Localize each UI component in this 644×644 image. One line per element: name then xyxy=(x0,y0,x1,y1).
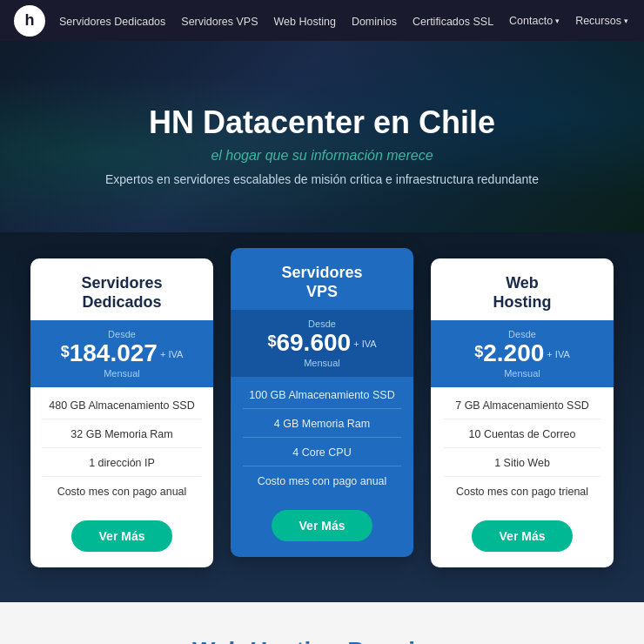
price-label-hosting: Desde xyxy=(443,329,601,339)
hero-title: HN Datacenter en Chile xyxy=(149,104,495,141)
nav-item-vps[interactable]: Servidores VPS xyxy=(181,13,258,29)
nav-item-dominios[interactable]: Dominios xyxy=(352,13,397,29)
price-band-vps: Desde $69.600 + IVA Mensual xyxy=(231,310,413,377)
pricing-section: ServidoresDedicados Desde $184.027 + IVA… xyxy=(0,232,644,602)
navbar: h Servidores Dedicados Servidores VPS We… xyxy=(0,0,644,41)
feature-hosting-1: 7 GB Almacenamiento SSD xyxy=(443,399,601,419)
price-value-dedicados: $184.027 + IVA xyxy=(43,341,201,366)
card-footer-vps: Ver Más xyxy=(231,500,413,557)
card-title-dedicados: ServidoresDedicados xyxy=(43,274,201,312)
nav-item-dedicados[interactable]: Servidores Dedicados xyxy=(59,13,165,29)
price-monthly-hosting: Mensual xyxy=(443,368,601,379)
price-amount-hosting: 2.200 xyxy=(483,339,544,366)
logo[interactable]: h xyxy=(14,5,45,37)
feature-vps-4: Costo mes con pago anual xyxy=(243,475,401,487)
btn-ver-mas-dedicados[interactable]: Ver Más xyxy=(71,520,173,552)
feature-vps-2: 4 GB Memoria Ram xyxy=(243,418,401,438)
feature-dedicados-3: 1 dirección IP xyxy=(43,457,201,477)
card-footer-hosting: Ver Más xyxy=(431,510,614,567)
price-value-hosting: $2.200 + IVA xyxy=(443,341,601,366)
card-header-hosting: WebHosting xyxy=(431,258,614,320)
feature-dedicados-4: Costo mes con pago anual xyxy=(43,486,201,498)
btn-ver-mas-vps[interactable]: Ver Más xyxy=(272,510,373,541)
card-dedicados: ServidoresDedicados Desde $184.027 + IVA… xyxy=(30,258,213,567)
price-monthly-dedicados: Mensual xyxy=(43,368,201,379)
bottom-title: Web Hosting Premium xyxy=(26,637,618,644)
card-title-vps: ServidoresVPS xyxy=(243,264,401,301)
price-value-vps: $69.600 + IVA xyxy=(243,331,401,355)
card-features-hosting: 7 GB Almacenamiento SSD 10 Cuentas de Co… xyxy=(431,387,614,510)
price-band-hosting: Desde $2.200 + IVA Mensual xyxy=(431,320,614,387)
card-features-vps: 100 GB Almacenamiento SSD 4 GB Memoria R… xyxy=(231,377,413,500)
hero-section: HN Datacenter en Chile el hogar que su i… xyxy=(0,41,644,232)
card-footer-dedicados: Ver Más xyxy=(30,510,213,567)
feature-vps-1: 100 GB Almacenamiento SSD xyxy=(243,389,401,409)
card-header-vps: ServidoresVPS xyxy=(231,248,413,310)
btn-ver-mas-hosting[interactable]: Ver Más xyxy=(472,520,574,552)
feature-hosting-3: 1 Sitio Web xyxy=(443,457,601,477)
hero-subtitle: el hogar que su información merece xyxy=(211,148,433,164)
feature-dedicados-1: 480 GB Almacenamiento SSD xyxy=(43,399,201,419)
price-label-vps: Desde xyxy=(243,319,401,329)
card-header-dedicados: ServidoresDedicados xyxy=(30,258,213,320)
card-features-dedicados: 480 GB Almacenamiento SSD 32 GB Memoria … xyxy=(30,387,213,510)
card-hosting: WebHosting Desde $2.200 + IVA Mensual 7 … xyxy=(431,258,614,567)
nav-item-hosting[interactable]: Web Hosting xyxy=(274,13,336,29)
feature-dedicados-2: 32 GB Memoria Ram xyxy=(43,428,201,448)
nav-item-ssl[interactable]: Certificados SSL xyxy=(413,13,493,29)
hero-description: Expertos en servidores escalables de mis… xyxy=(105,172,539,186)
nav-links: Servidores Dedicados Servidores VPS Web … xyxy=(59,13,644,29)
card-title-hosting: WebHosting xyxy=(443,274,601,312)
price-label-dedicados: Desde xyxy=(43,329,201,339)
nav-item-contacto[interactable]: Contacto xyxy=(509,15,560,27)
feature-hosting-2: 10 Cuentas de Correo xyxy=(443,428,601,448)
feature-hosting-4: Costo mes con pago trienal xyxy=(443,486,601,498)
price-amount-dedicados: 184.027 xyxy=(70,339,158,366)
feature-vps-3: 4 Core CPU xyxy=(243,446,401,466)
price-monthly-vps: Mensual xyxy=(243,358,401,368)
bottom-section: Web Hosting Premium cPanel Hosting con c… xyxy=(0,602,644,644)
price-band-dedicados: Desde $184.027 + IVA Mensual xyxy=(30,320,213,387)
card-vps: ServidoresVPS Desde $69.600 + IVA Mensua… xyxy=(231,248,413,557)
price-amount-vps: 69.600 xyxy=(276,329,351,356)
nav-item-recursos[interactable]: Recursos xyxy=(575,15,628,27)
